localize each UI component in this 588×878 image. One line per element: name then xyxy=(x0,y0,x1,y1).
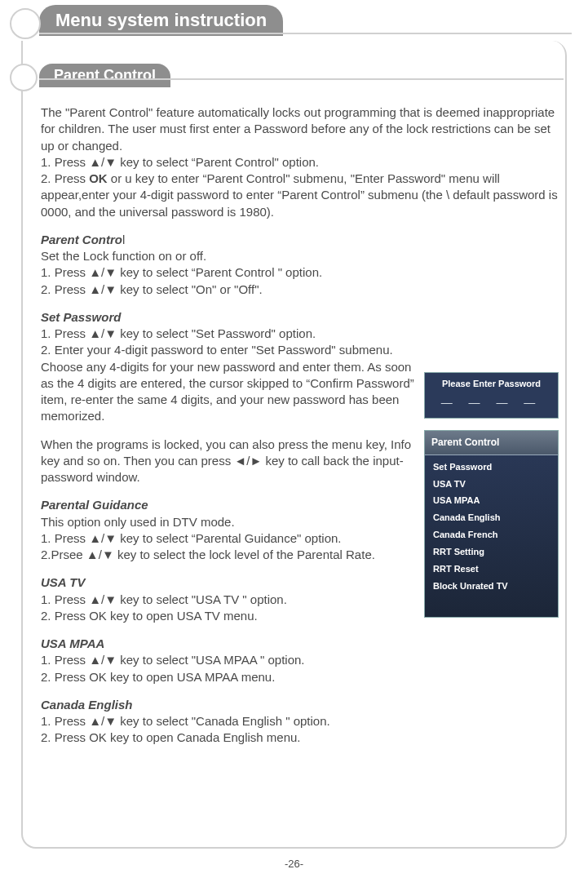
heading-text: Parental Guidance xyxy=(41,498,148,512)
menu-item-usa-tv[interactable]: USA TV xyxy=(425,476,558,493)
decorative-circle xyxy=(10,64,38,91)
heading-text: Canada English xyxy=(41,698,133,712)
step: 2. Press OK key to open USA MPAA menu. xyxy=(41,669,559,685)
note: When the programs is locked, you can als… xyxy=(41,437,416,486)
intro-step-2: 2. Press OK or u key to enter “Parent Co… xyxy=(41,171,559,220)
menu-item-rrt-reset[interactable]: RRT Reset xyxy=(425,561,558,578)
menu-item-rrt-setting[interactable]: RRT Setting xyxy=(425,543,558,561)
intro-paragraph: The "Parent Control" feature automatical… xyxy=(41,104,559,154)
decorative-circle xyxy=(10,8,41,39)
subsection-heading: Canada English xyxy=(41,697,559,713)
subsection-heading: USA MPAA xyxy=(41,636,559,652)
menu-item-block-unrated[interactable]: Block Unrated TV xyxy=(425,578,558,595)
divider xyxy=(39,78,564,80)
section-title-tab: Parent Control xyxy=(39,64,170,87)
menu-header: Parent Control xyxy=(425,431,558,455)
password-dialog-title: Please Enter Password xyxy=(431,378,551,390)
menu-item-set-password[interactable]: Set Password xyxy=(425,459,558,476)
menu-item-canada-french[interactable]: Canada French xyxy=(425,526,558,543)
menu-item-canada-english[interactable]: Canada English xyxy=(425,509,558,526)
page-title-tab: Menu system instruction xyxy=(39,5,283,36)
step: 1. Press ▲/▼ key to select "Canada Engli… xyxy=(41,713,559,729)
text: 2. Press xyxy=(41,171,89,185)
step: 1. Press ▲/▼ key to select "Set Password… xyxy=(41,326,416,342)
ok-key-label: OK xyxy=(89,171,108,185)
heading-text: USA TV xyxy=(41,575,85,589)
divider xyxy=(39,33,572,34)
step: 2. Press OK key to open Canada English m… xyxy=(41,729,559,746)
step: 2. Enter your 4-digit password to enter … xyxy=(41,342,416,424)
body-content: The "Parent Control" feature automatical… xyxy=(41,104,559,747)
text: or u key to enter “Parent Control" subme… xyxy=(41,171,558,219)
menu-list: Set Password USA TV USA MPAA Canada Engl… xyxy=(425,459,558,595)
step: 1. Press ▲/▼ key to select “Parent Contr… xyxy=(41,264,559,281)
text: l xyxy=(122,233,125,246)
page-title: Menu system instruction xyxy=(55,10,267,30)
osd-preview: Please Enter Password — — — — Parent Con… xyxy=(424,372,559,619)
text: Set xyxy=(41,310,64,324)
heading-text: Parent Contro xyxy=(41,233,122,246)
text: Password xyxy=(64,310,122,324)
subsection-heading: Set Password xyxy=(41,309,416,326)
page-number: -26- xyxy=(0,858,588,870)
menu-item-usa-mpaa[interactable]: USA MPAA xyxy=(425,492,558,509)
subsection-heading: Parent Control xyxy=(41,232,559,248)
manual-page: Menu system instruction Parent Control T… xyxy=(0,0,588,878)
section-title: Parent Control xyxy=(54,67,156,83)
step: 2. Press ▲/▼ key to select "On" or "Off"… xyxy=(41,282,559,298)
heading-text: USA MPAA xyxy=(41,636,104,650)
step: 1. Press ▲/▼ key to select "USA MPAA " o… xyxy=(41,652,559,668)
password-dialog: Please Enter Password — — — — xyxy=(424,372,559,419)
password-slots: — — — — xyxy=(431,395,551,410)
parent-control-menu: Parent Control Set Password USA TV USA M… xyxy=(424,430,559,618)
text: Set the Lock function on or off. xyxy=(41,248,559,264)
intro-step-1: 1. Press ▲/▼ key to select “Parent Contr… xyxy=(41,154,559,171)
